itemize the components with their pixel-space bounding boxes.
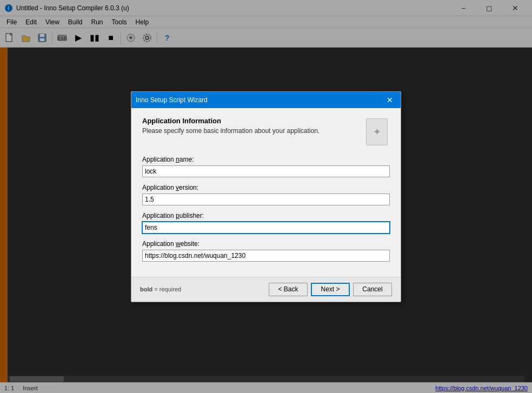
app-name-label: Application name: xyxy=(142,156,390,163)
app-publisher-group: Application publisher: xyxy=(142,212,390,234)
dialog-title-bar: Inno Setup Script Wizard ✕ xyxy=(131,92,401,108)
app-publisher-input[interactable] xyxy=(142,222,390,234)
app-name-input[interactable] xyxy=(142,165,390,177)
book-icon xyxy=(366,118,388,145)
dialog-close-button[interactable]: ✕ xyxy=(383,94,396,106)
app-version-input[interactable] xyxy=(142,194,390,205)
dialog-header-text: Application Information Please specify s… xyxy=(142,117,355,135)
footer-buttons: < Back Next > Cancel xyxy=(269,283,392,296)
app-website-input[interactable] xyxy=(142,250,390,262)
cancel-button[interactable]: Cancel xyxy=(353,283,392,296)
dialog-body: Application Information Please specify s… xyxy=(131,108,401,277)
dialog-footer: bold = required < Back Next > Cancel xyxy=(131,277,401,302)
wizard-dialog: Inno Setup Script Wizard ✕ Application I… xyxy=(131,91,401,302)
dialog-overlay: Inno Setup Script Wizard ✕ Application I… xyxy=(0,0,532,393)
app-version-label: Application version: xyxy=(142,184,390,191)
section-desc: Please specify some basic information ab… xyxy=(142,127,355,135)
dialog-header: Application Information Please specify s… xyxy=(142,117,390,147)
app-version-group: Application version: xyxy=(142,184,390,205)
wizard-icon xyxy=(364,117,390,147)
app-name-group: Application name: xyxy=(142,156,390,177)
next-button[interactable]: Next > xyxy=(311,283,350,296)
dialog-title: Inno Setup Script Wizard xyxy=(136,96,383,104)
app-website-group: Application website: xyxy=(142,240,390,262)
hint-bold: bold xyxy=(140,286,152,292)
app-publisher-label: Application publisher: xyxy=(142,212,390,219)
app-website-label: Application website: xyxy=(142,240,390,248)
hint-text: = required xyxy=(152,286,181,292)
section-title: Application Information xyxy=(142,117,355,125)
footer-hint: bold = required xyxy=(140,286,269,292)
back-button[interactable]: < Back xyxy=(269,283,308,296)
